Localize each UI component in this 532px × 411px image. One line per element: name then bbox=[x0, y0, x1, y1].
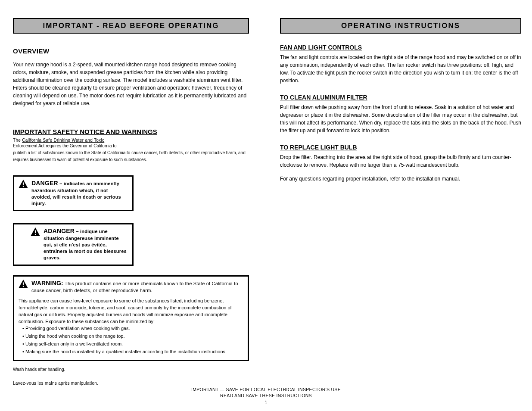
warning-item: • Providing good ventilation when cookin… bbox=[19, 325, 243, 332]
warning-box: WARNING: This product contains one or mo… bbox=[13, 275, 249, 361]
additions-line: Wash hands after handling. bbox=[13, 366, 249, 373]
right-column: OPERATING INSTRUCTIONS FAN AND LIGHT CON… bbox=[280, 18, 521, 386]
warning-item: • Making sure the hood is installed by a… bbox=[19, 349, 243, 355]
left-column: IMPORTANT - READ BEFORE OPERATING OVERVI… bbox=[13, 18, 249, 386]
fan-light-body: The fan and light controls are located o… bbox=[280, 53, 521, 84]
refer-line: For any questions regarding proper insta… bbox=[280, 175, 521, 183]
notice-sub-underlined: California Safe Drinking Water and Toxic bbox=[22, 138, 104, 143]
adanger-lead: ADANGER bbox=[44, 227, 75, 234]
warning-lead: WARNING: bbox=[31, 280, 63, 286]
danger-box: DANGER – indicates an imminently hazardo… bbox=[13, 175, 134, 211]
clean-filter-body: Pull filter down while pushing away from… bbox=[280, 103, 521, 134]
danger-lead: DANGER bbox=[31, 180, 58, 187]
important-header: IMPORTANT - READ BEFORE OPERATING bbox=[13, 18, 249, 34]
warning-triangle-icon bbox=[19, 180, 28, 190]
footer-line-1: IMPORTANT — SAVE FOR LOCAL ELECTRICAL IN… bbox=[0, 387, 532, 392]
page-number: 1 bbox=[0, 400, 532, 405]
additions-sub: Lavez-vous les mains après manipulation. bbox=[13, 381, 249, 386]
warning-list: • Providing good ventilation when cookin… bbox=[19, 325, 243, 355]
overview-title: OVERVIEW bbox=[13, 47, 249, 55]
warning-body: This appliance can cause low-level expos… bbox=[19, 298, 243, 355]
notice-sub-plain: The bbox=[13, 138, 22, 143]
replace-bulb-body: Drop the filter. Reaching into the area … bbox=[280, 153, 521, 169]
fan-light-title: FAN AND LIGHT CONTROLS bbox=[280, 44, 521, 51]
warning-item: • Using the hood when cooking on the ran… bbox=[19, 333, 243, 340]
warning-item: • Using self-clean only in a well-ventil… bbox=[19, 341, 243, 348]
clean-filter-block: TO CLEAN ALUMINUM FILTER Pull filter dow… bbox=[280, 94, 521, 134]
svg-rect-1 bbox=[23, 182, 24, 185]
safety-notice-title: IMPORTANT SAFETY NOTICE AND WARNINGS bbox=[13, 128, 249, 135]
svg-rect-3 bbox=[35, 230, 36, 234]
svg-point-2 bbox=[35, 234, 36, 235]
svg-point-0 bbox=[23, 186, 24, 187]
svg-point-4 bbox=[23, 286, 24, 287]
notice-line-1: Enforcement Act requires the Governor of… bbox=[13, 143, 249, 149]
adanger-box: ADANGER – indique une situation dangereu… bbox=[13, 223, 134, 265]
page-footer: IMPORTANT — SAVE FOR LOCAL ELECTRICAL IN… bbox=[0, 387, 532, 405]
safety-notice-sub: The California Safe Drinking Water and T… bbox=[13, 138, 249, 143]
warning-triangle-icon bbox=[31, 227, 40, 238]
danger-text: DANGER – indicates an imminently hazardo… bbox=[31, 179, 128, 206]
important-header-text: IMPORTANT - READ BEFORE OPERATING bbox=[43, 22, 219, 30]
warning-head-text: WARNING: This product contains one or mo… bbox=[31, 279, 243, 294]
warning-triangle-icon bbox=[19, 280, 28, 290]
fan-light-block: FAN AND LIGHT CONTROLS The fan and light… bbox=[280, 44, 521, 84]
notice-line-2: publish a list of substances known to th… bbox=[13, 149, 249, 163]
notice-line-1-plain: requires the Governor of California to bbox=[44, 143, 116, 148]
operating-header: OPERATING INSTRUCTIONS bbox=[280, 18, 521, 34]
warning-pre: This appliance can cause low-level expos… bbox=[19, 298, 243, 325]
replace-bulb-block: TO REPLACE LIGHT BULB Drop the filter. R… bbox=[280, 144, 521, 169]
overview-body: Your new range hood is a 2-speed, wall m… bbox=[13, 61, 249, 107]
clean-filter-title: TO CLEAN ALUMINUM FILTER bbox=[280, 94, 521, 101]
operating-header-text: OPERATING INSTRUCTIONS bbox=[341, 22, 460, 30]
replace-bulb-title: TO REPLACE LIGHT BULB bbox=[280, 144, 521, 151]
svg-rect-5 bbox=[23, 282, 24, 285]
footer-line-2: READ AND SAVE THESE INSTRUCTIONS bbox=[0, 393, 532, 398]
adanger-text: ADANGER – indique une situation dangereu… bbox=[44, 227, 128, 261]
notice-line-1-under: Enforcement Act bbox=[13, 143, 44, 148]
